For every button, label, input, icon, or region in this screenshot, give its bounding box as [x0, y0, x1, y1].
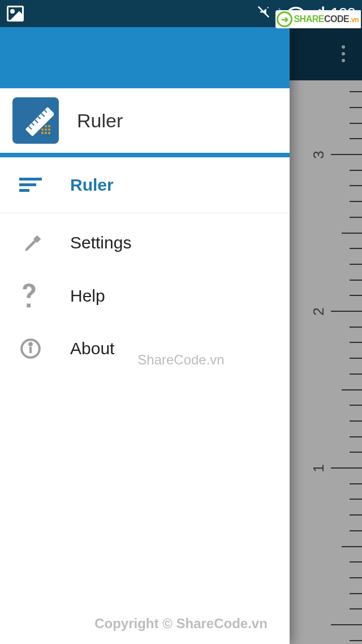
drawer-header: [0, 27, 290, 88]
sharecode-logo-icon: [277, 11, 292, 27]
menu-label: Settings: [70, 233, 131, 252]
menu-label: Ruler: [70, 175, 114, 195]
screenshot-icon: [7, 6, 24, 22]
svg-rect-15: [19, 178, 42, 181]
svg-point-12: [48, 128, 50, 131]
svg-point-11: [45, 128, 47, 131]
watermark-bottom: Copyright © ShareCode.vn: [94, 616, 268, 632]
info-icon: [17, 338, 44, 359]
svg-point-20: [29, 343, 32, 345]
svg-point-9: [48, 132, 50, 134]
sharecode-badge: SHARECODE.vn: [275, 10, 361, 28]
svg-point-14: [48, 125, 50, 127]
menu-divider: [0, 213, 290, 213]
wrench-icon: [17, 231, 44, 254]
menu-item-ruler[interactable]: Ruler: [0, 161, 290, 209]
menu-item-settings[interactable]: Settings: [0, 217, 290, 269]
watermark-center: ShareCode.vn: [137, 352, 224, 368]
drawer-menu: Ruler Settings Help About: [0, 157, 290, 374]
help-icon: [17, 284, 44, 308]
drawer-title: Ruler: [77, 110, 123, 132]
mute-icon: [256, 4, 272, 24]
list-icon: [17, 177, 44, 194]
menu-label: Help: [70, 286, 105, 306]
svg-point-7: [41, 132, 44, 134]
svg-point-10: [41, 128, 44, 131]
svg-rect-17: [19, 189, 29, 192]
svg-rect-16: [19, 183, 36, 186]
svg-point-8: [45, 132, 47, 134]
menu-item-help[interactable]: Help: [0, 269, 290, 323]
app-icon: [12, 97, 59, 144]
drawer-app-row: Ruler: [0, 88, 290, 157]
menu-label: About: [70, 339, 114, 358]
navigation-drawer: Ruler Ruler Settings Help: [0, 27, 290, 644]
svg-point-13: [45, 125, 47, 127]
